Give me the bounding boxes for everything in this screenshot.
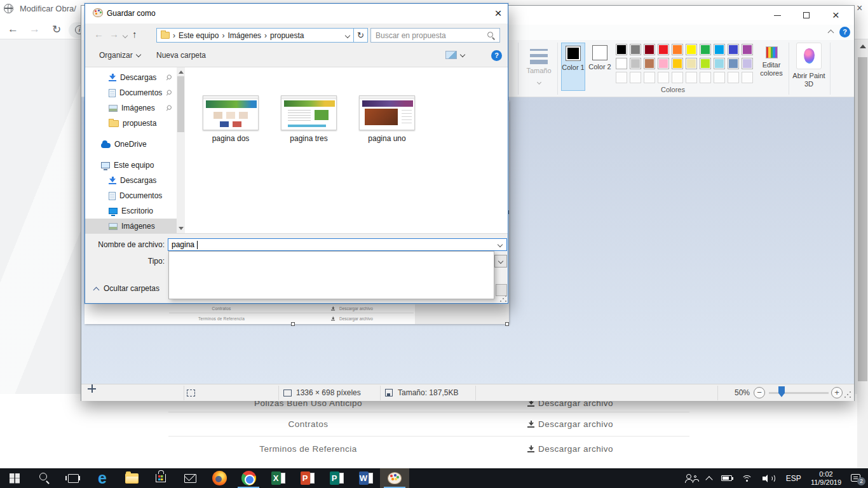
size-button[interactable]: Tamaño	[523, 43, 555, 95]
palette-color[interactable]	[616, 58, 627, 69]
palette-color[interactable]	[714, 58, 725, 69]
scroll-up-icon[interactable]	[179, 71, 184, 74]
open-paint3d-button[interactable]: Abrir Paint 3D	[791, 40, 827, 88]
sidebar-item-im-genes[interactable]: Imágenes	[85, 100, 177, 116]
sidebar-item-descargas[interactable]: Descargas	[85, 70, 177, 85]
scroll-up-icon[interactable]	[860, 44, 866, 48]
palette-color[interactable]	[714, 44, 725, 55]
palette-color[interactable]	[686, 58, 697, 69]
palette-color[interactable]	[672, 58, 683, 69]
navigation-scrollbar[interactable]	[177, 67, 185, 233]
search-input[interactable]: Buscar en propuesta	[370, 28, 500, 43]
palette-empty-slot[interactable]	[714, 72, 725, 83]
palette-color[interactable]	[630, 58, 641, 69]
browser-back-icon[interactable]	[8, 23, 18, 36]
breadcrumb[interactable]: Este equipo Imágenes propuesta	[156, 28, 354, 43]
filename-autocomplete-dropdown[interactable]	[168, 251, 494, 299]
palette-empty-slot[interactable]	[728, 72, 739, 83]
sidebar-item-este-equipo[interactable]: Este equipo	[85, 158, 177, 173]
people-icon[interactable]	[686, 474, 697, 483]
sidebar-item-onedrive[interactable]: OneDrive	[85, 137, 177, 152]
taskbar-icon-file-explorer[interactable]	[117, 468, 146, 488]
palette-empty-slot[interactable]	[616, 72, 627, 83]
taskbar-icon-chrome[interactable]	[234, 468, 263, 488]
palette-empty-slot[interactable]	[630, 72, 641, 83]
palette-color[interactable]	[672, 44, 683, 55]
filename-input[interactable]: pagina	[168, 238, 507, 251]
file-item[interactable]: pagina uno	[355, 95, 419, 143]
palette-color[interactable]	[728, 58, 739, 69]
change-view-button[interactable]	[445, 51, 465, 59]
battery-icon[interactable]	[721, 475, 732, 481]
palette-color[interactable]	[630, 44, 641, 55]
scrollbar-thumb[interactable]	[858, 57, 867, 381]
palette-empty-slot[interactable]	[742, 72, 753, 83]
color2-button[interactable]: Color 2	[588, 43, 612, 91]
notification-center-icon[interactable]: 2	[851, 474, 862, 483]
back-icon[interactable]	[94, 29, 104, 39]
browser-reload-icon[interactable]	[52, 23, 61, 36]
sidebar-item-documentos[interactable]: Documentos	[85, 85, 177, 100]
download-link[interactable]: Descargar archivo	[527, 419, 613, 429]
collapse-ribbon-button[interactable]	[825, 29, 836, 37]
palette-empty-slot[interactable]	[672, 72, 683, 83]
palette-color[interactable]	[644, 44, 655, 55]
breadcrumb-item[interactable]: Imágenes	[227, 31, 261, 40]
maximize-button[interactable]	[792, 6, 820, 25]
taskbar-icon-edge[interactable]	[88, 468, 117, 488]
chevron-down-icon[interactable]	[345, 32, 350, 37]
palette-color[interactable]	[700, 58, 711, 69]
wifi-icon[interactable]	[742, 474, 753, 483]
taskbar-icon-publisher[interactable]: P	[322, 468, 351, 488]
sidebar-item-im-genes[interactable]: Imágenes	[85, 219, 177, 233]
palette-empty-slot[interactable]	[686, 72, 697, 83]
download-link[interactable]: Descargar archivo	[527, 444, 613, 454]
palette-empty-slot[interactable]	[644, 72, 655, 83]
clock[interactable]: 0:02 11/9/2019	[811, 470, 841, 487]
palette-color[interactable]	[728, 44, 739, 55]
edit-colors-button[interactable]: Editar colores	[756, 43, 787, 78]
taskbar-icon-word[interactable]: W	[351, 468, 380, 488]
forward-icon[interactable]	[109, 29, 119, 39]
palette-color[interactable]	[686, 44, 697, 55]
browser-close-icon[interactable]	[857, 3, 862, 14]
new-folder-button[interactable]: Nueva carpeta	[156, 51, 206, 60]
taskbar-icon-store[interactable]	[146, 468, 175, 488]
taskbar-icon-mail[interactable]	[175, 468, 205, 488]
up-folder-icon[interactable]	[132, 29, 137, 39]
hide-folders-button[interactable]: Ocultar carpetas	[94, 284, 159, 293]
color1-button[interactable]: Color 1	[561, 43, 585, 91]
language-indicator[interactable]: ESP	[786, 474, 801, 483]
taskbar-icon-search[interactable]	[29, 468, 58, 488]
help-icon[interactable]: ?	[491, 50, 502, 61]
volume-icon[interactable]	[763, 474, 776, 483]
chevron-down-icon[interactable]	[498, 242, 503, 247]
breadcrumb-item[interactable]: Este equipo	[179, 31, 219, 40]
taskbar-icon-task-view[interactable]	[58, 468, 88, 488]
show-hidden-icons-icon[interactable]	[705, 476, 712, 483]
chrome-tab[interactable]: Modificar Obra/	[4, 4, 76, 13]
palette-color[interactable]	[658, 44, 669, 55]
palette-color[interactable]	[658, 58, 669, 69]
taskbar-icon-paint[interactable]	[380, 468, 409, 488]
taskbar-icon-firefox[interactable]	[205, 468, 234, 488]
palette-color[interactable]	[742, 58, 753, 69]
scrollbar-thumb[interactable]	[177, 76, 184, 132]
palette-color[interactable]	[700, 44, 711, 55]
palette-empty-slot[interactable]	[700, 72, 711, 83]
dialog-resize-grip[interactable]	[499, 295, 507, 302]
sidebar-item-escritorio[interactable]: Escritorio	[85, 203, 177, 219]
close-button[interactable]	[820, 6, 851, 25]
canvas-resize-handle[interactable]	[291, 322, 295, 326]
minimize-button[interactable]	[763, 6, 792, 25]
resize-grip[interactable]	[844, 391, 851, 398]
scroll-down-icon[interactable]	[179, 227, 184, 230]
breadcrumb-item[interactable]: propuesta	[270, 31, 304, 40]
sidebar-item-documentos[interactable]: Documentos	[85, 188, 177, 203]
paint-help-icon[interactable]: ?	[839, 27, 850, 37]
browser-scrollbar[interactable]	[857, 39, 868, 468]
file-type-dropdown[interactable]	[494, 255, 507, 268]
palette-color[interactable]	[616, 44, 627, 55]
recent-locations-icon[interactable]	[123, 33, 128, 38]
taskbar-icon-start[interactable]	[0, 468, 29, 488]
